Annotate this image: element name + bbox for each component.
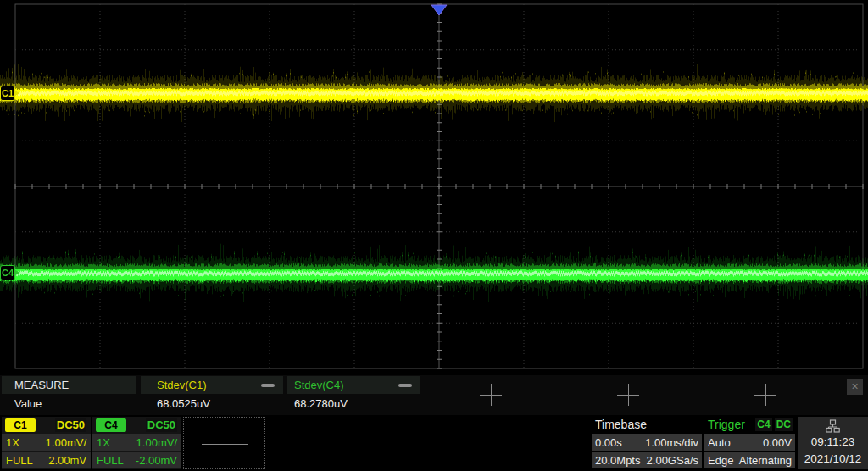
- status-bar-divider: [587, 418, 587, 468]
- measure-stat-c1-label: Stdev(C1): [141, 379, 207, 391]
- c4-scale: 1.00mV/: [136, 436, 177, 449]
- measure-value-row-label: Value: [2, 394, 136, 413]
- c4-offset: -2.00mV: [136, 454, 177, 467]
- measure-stat-c4-label: Stdev(C4): [287, 379, 344, 391]
- channel-c4-descriptor[interactable]: C4 DC50 1X 1.00mV/ FULL -2.00mV: [92, 417, 181, 469]
- add-measurement-icon: [754, 384, 776, 406]
- channel-c4-level-marker[interactable]: C4: [0, 265, 15, 280]
- timebase-title: Timebase: [595, 417, 647, 433]
- close-measure-bar-button[interactable]: ×: [847, 379, 863, 395]
- add-measurement-icon: [617, 384, 639, 406]
- measure-value-c1: 68.0525uV: [141, 394, 283, 413]
- trigger-level: 0.00V: [763, 436, 792, 449]
- channel-c1-descriptor[interactable]: C1 DC50 1X 1.00mV/ FULL 2.00mV: [2, 417, 91, 469]
- add-channel-icon: [202, 430, 248, 457]
- trigger-mode: Auto: [708, 436, 731, 449]
- c1-attenuation: 1X: [6, 436, 19, 449]
- remove-measurement-icon[interactable]: [261, 384, 275, 387]
- trigger-position-marker[interactable]: [431, 4, 448, 16]
- trigger-coupling-chip: DC: [775, 418, 793, 431]
- measure-bar: MEASURE Stdev(C1) Stdev(C4) Value 68.052…: [0, 375, 868, 415]
- c1-coupling: DC50: [55, 418, 86, 432]
- add-measurement-slot[interactable]: [560, 376, 696, 413]
- timebase-delay: 0.00s: [595, 436, 622, 449]
- waveform-traces: [0, 0, 868, 375]
- system-date: 2021/10/12: [798, 452, 868, 465]
- timebase-samplerate: 2.00GSa/s: [647, 454, 698, 467]
- timebase-panel[interactable]: Timebase 0.00s 1.00ms/div 20.0Mpts 2.00G…: [592, 417, 702, 469]
- c4-attenuation: 1X: [97, 436, 110, 449]
- network-status-icon: [826, 419, 840, 433]
- measure-title: MEASURE: [2, 379, 69, 391]
- c4-badge: C4: [96, 418, 126, 432]
- c1-bandwidth: FULL: [6, 454, 33, 467]
- add-measurement-slot[interactable]: [698, 376, 833, 413]
- add-measurement-icon: [480, 384, 502, 406]
- c4-coupling: DC50: [146, 418, 177, 432]
- clock-panel[interactable]: 09:11:23 2021/10/12: [798, 417, 868, 469]
- system-time: 09:11:23: [798, 435, 868, 448]
- timebase-scale: 1.00ms/div: [645, 436, 698, 449]
- add-measurement-slot[interactable]: [423, 376, 559, 413]
- trigger-slope: Alternating: [739, 454, 792, 467]
- measure-title-cell: MEASURE: [2, 376, 136, 394]
- c4-bandwidth: FULL: [97, 454, 124, 467]
- measure-stat-c4[interactable]: Stdev(C4): [287, 376, 420, 394]
- status-bar: C1 DC50 1X 1.00mV/ FULL 2.00mV C4 DC50 1…: [0, 415, 868, 471]
- channel-c1-level-marker[interactable]: C1: [0, 86, 15, 101]
- add-channel-slot[interactable]: [183, 417, 265, 469]
- timebase-points: 20.0Mpts: [595, 454, 640, 467]
- measure-value-c4: 68.2780uV: [287, 394, 420, 413]
- waveform-display[interactable]: C1 C4: [0, 0, 868, 375]
- c1-offset: 2.00mV: [48, 454, 86, 467]
- trigger-title: Trigger: [708, 417, 745, 433]
- c1-scale: 1.00mV/: [46, 436, 86, 449]
- trigger-source-chip: C4: [755, 418, 771, 431]
- remove-measurement-icon[interactable]: [398, 384, 412, 387]
- trigger-panel[interactable]: Trigger C4 DC Auto 0.00V Edge Alternatin…: [704, 417, 795, 469]
- c1-badge: C1: [5, 418, 36, 432]
- oscilloscope-screen: C1 C4 MEASURE Stdev(C1) Stdev(C4) Value …: [0, 0, 868, 471]
- measure-stat-c1[interactable]: Stdev(C1): [141, 376, 283, 394]
- trigger-type: Edge: [708, 454, 733, 467]
